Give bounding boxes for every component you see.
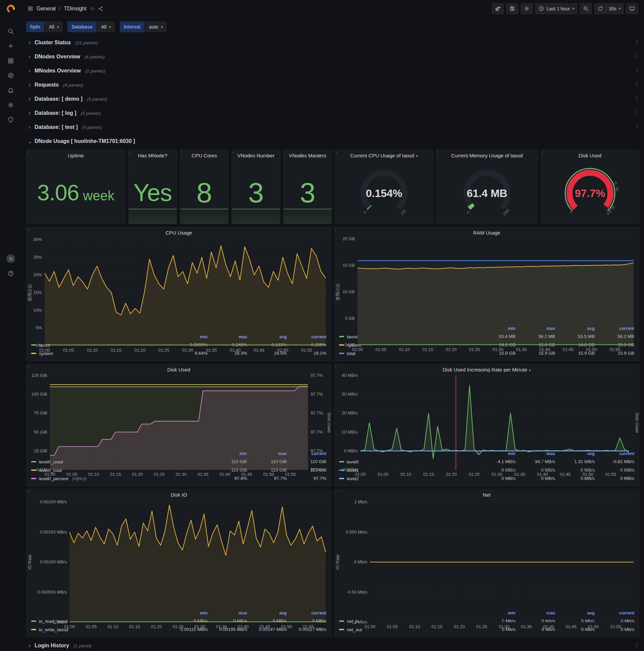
row-drag-handle[interactable]: ⠿ xyxy=(635,68,638,74)
panel-title[interactable]: CPU Cores xyxy=(180,150,228,161)
svg-text:0.154%: 0.154% xyxy=(366,187,402,199)
refresh-picker: 30s ▾ xyxy=(594,3,623,14)
row-drag-handle[interactable]: ⠿ xyxy=(635,643,638,649)
row-panel-count: (5 panels) xyxy=(87,97,107,102)
panel-title[interactable]: Disk Used xyxy=(27,364,331,372)
panel-title[interactable]: Has MNode? xyxy=(128,150,177,161)
svg-text:01:15: 01:15 xyxy=(129,624,140,629)
panel-title[interactable]: Disk Used Increasing Rate per Minute▾ xyxy=(334,364,639,372)
refresh-interval-button[interactable]: 30s ▾ xyxy=(606,3,623,14)
row-drag-handle[interactable]: ⠿ xyxy=(635,82,638,88)
row-drag-handle[interactable]: ⠿ xyxy=(635,124,638,130)
panel-title[interactable]: VNodes Number xyxy=(232,150,280,161)
panel-info-icon[interactable]: i xyxy=(335,365,340,369)
row-database-log[interactable]: › Database: [ log ] (5 panels) ⠿ xyxy=(26,107,639,119)
alerting-bell-icon[interactable] xyxy=(3,83,18,98)
panel-info-icon[interactable]: i xyxy=(233,150,237,155)
panel-title[interactable]: Current CPU Usage of taosd▾ xyxy=(335,150,433,161)
panel-title[interactable]: Disk IO xyxy=(27,489,331,499)
grafana-logo[interactable] xyxy=(6,3,16,14)
panel-info-icon[interactable]: i xyxy=(28,365,32,369)
breadcrumb-section[interactable]: General xyxy=(37,6,56,12)
row-mnodes-overview[interactable]: › MNodes Overview (2 panels) ⠿ xyxy=(26,65,639,76)
row-dnodes-overview[interactable]: › DNodes Overview (4 panels) ⠿ xyxy=(26,51,639,62)
save-dashboard-button[interactable] xyxy=(507,3,518,14)
row-requests[interactable]: › Requests (4 panels) ⠿ xyxy=(26,79,639,91)
sidebar xyxy=(0,0,22,651)
row-drag-handle[interactable]: ⠿ xyxy=(635,54,638,60)
star-icon[interactable]: ☆ xyxy=(90,5,95,12)
variable-label-database[interactable]: Database xyxy=(67,22,96,32)
chart-plot[interactable]: 01:0001:0501:1001:1501:2001:2501:3001:35… xyxy=(27,499,331,609)
panel-info-icon[interactable]: i xyxy=(335,490,340,494)
search-icon[interactable] xyxy=(3,24,18,39)
panel-title[interactable]: Current Memory Usage of taosd xyxy=(437,150,538,161)
panel-title[interactable]: RAM Usage xyxy=(334,227,639,236)
chevron-right-icon: › xyxy=(28,642,32,649)
panel-info-icon[interactable]: i xyxy=(129,150,134,155)
panel-info-icon[interactable]: i xyxy=(336,150,341,155)
panel-title[interactable]: Disk Used xyxy=(541,150,639,161)
add-panel-button[interactable] xyxy=(492,3,504,14)
chart-plot[interactable]: 01:0001:0501:1001:1501:2001:2501:3001:35… xyxy=(334,372,639,449)
row-drag-handle[interactable]: ⠿ xyxy=(635,110,638,116)
panel-info-icon[interactable]: i xyxy=(28,490,32,494)
dashboard-settings-button[interactable] xyxy=(521,3,533,14)
svg-text:01:10: 01:10 xyxy=(400,472,412,477)
panel-info-icon[interactable]: i xyxy=(284,150,289,155)
variable-label-interval[interactable]: Interval xyxy=(120,22,144,32)
panel-title[interactable]: VNodes Masters xyxy=(283,150,332,161)
variable-value-database[interactable]: All▾ xyxy=(97,22,115,32)
server-admin-shield-icon[interactable] xyxy=(3,113,18,127)
stat-number: 3 xyxy=(248,177,264,209)
svg-text:01:40: 01:40 xyxy=(219,472,230,477)
panel-info-icon[interactable]: i xyxy=(335,227,340,232)
dashboard-title[interactable]: TDinsight xyxy=(64,6,87,12)
panel-title[interactable]: Uptime xyxy=(27,150,125,161)
share-icon[interactable] xyxy=(98,6,103,11)
cycle-view-mode-button[interactable] xyxy=(626,3,638,14)
svg-text:01:45: 01:45 xyxy=(566,624,577,629)
panel-info-icon[interactable]: i xyxy=(28,227,32,232)
configuration-gear-icon[interactable] xyxy=(3,98,18,113)
panel-info-icon[interactable]: i xyxy=(542,150,547,155)
chart-plot[interactable]: 01:0001:0501:1001:1501:2001:2501:3001:35… xyxy=(27,372,331,449)
svg-text:IO Rate: IO Rate xyxy=(27,555,32,570)
chart-plot[interactable]: 01:0001:0501:1001:1501:2001:2501:3001:35… xyxy=(27,236,331,333)
panel-info-icon[interactable]: i xyxy=(438,150,442,155)
row-database-test[interactable]: › Database: [ test ] (5 panels) ⠿ xyxy=(26,122,639,133)
row-drag-handle[interactable]: ⠿ xyxy=(635,96,638,102)
help-icon[interactable] xyxy=(3,266,18,281)
create-plus-icon[interactable] xyxy=(3,39,18,53)
panel-title[interactable]: CPU Usage xyxy=(27,227,331,236)
variable-value-interval[interactable]: auto▾ xyxy=(145,22,167,32)
variable-value-fqdn[interactable]: All▾ xyxy=(45,22,63,32)
panel-info-icon[interactable]: i xyxy=(28,150,32,155)
row-database-demo[interactable]: › Database: [ demo ] (5 panels) ⠿ xyxy=(26,93,639,105)
dashboards-icon[interactable] xyxy=(3,53,18,68)
row-dnode-usage[interactable]: ⌄ DNode Usage [ huolinhe-TM1701:6030 ] xyxy=(26,135,639,147)
chart-plot[interactable]: 01:0001:0501:1001:1501:2001:2501:3001:35… xyxy=(334,236,639,324)
svg-text:01:30: 01:30 xyxy=(176,472,187,477)
row-title: Database: [ log ] xyxy=(35,110,76,116)
refresh-button[interactable] xyxy=(594,3,606,14)
svg-text:01:10: 01:10 xyxy=(399,347,410,352)
panel-title[interactable]: Net xyxy=(334,489,639,499)
chart-plot[interactable]: 01:0001:0501:1001:1501:2001:2501:3001:35… xyxy=(334,499,639,609)
row-cluster-status[interactable]: › Cluster Status (21 panels) ⠿ xyxy=(26,37,639,48)
chevron-right-icon: › xyxy=(28,110,32,117)
user-avatar[interactable] xyxy=(3,251,18,266)
panel-info-icon[interactable]: i xyxy=(181,150,186,155)
variable-label-fqdn[interactable]: fqdn xyxy=(26,22,44,32)
row-drag-handle[interactable]: ⠿ xyxy=(635,40,638,45)
svg-text:97.7%: 97.7% xyxy=(311,448,323,453)
zoom-out-button[interactable] xyxy=(580,3,592,14)
svg-text:01:35: 01:35 xyxy=(516,347,527,352)
explore-compass-icon[interactable] xyxy=(3,68,18,83)
time-range-picker[interactable]: Last 1 hour ▾ xyxy=(535,3,577,14)
chevron-right-icon: › xyxy=(28,82,32,88)
row-login-history[interactable]: › Login History (1 panel) ⠿ xyxy=(26,640,639,651)
dashboard-grid-icon[interactable] xyxy=(28,6,33,11)
row-title: Cluster Status xyxy=(35,40,71,45)
gauge-canvas: 0.154%0100 xyxy=(335,161,433,222)
